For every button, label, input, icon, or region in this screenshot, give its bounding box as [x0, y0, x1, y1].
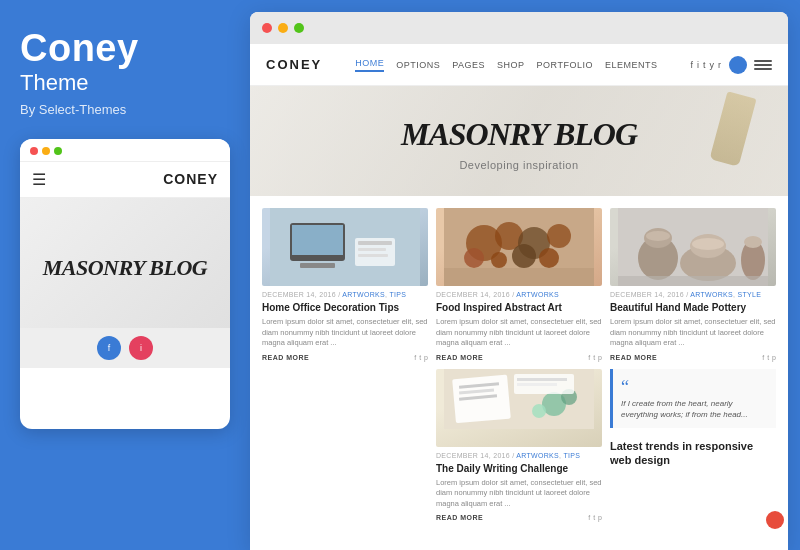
svg-point-35: [692, 238, 724, 250]
nav-portfolio[interactable]: PORTFOLIO: [537, 60, 593, 70]
post-cat-artworks-1[interactable]: ARTWORKS: [342, 291, 385, 298]
share-icons-writing: f t p: [588, 514, 602, 521]
svg-point-13: [464, 248, 484, 268]
left-panel: Coney Theme By Select-Themes ☰ CONEY MAS…: [0, 0, 250, 550]
pottery-illustration: [610, 208, 776, 286]
post-image-food: [436, 208, 602, 286]
post-cat-style-pottery[interactable]: STYLE: [738, 291, 762, 298]
nav-pages[interactable]: PAGES: [452, 60, 485, 70]
quote-card: “ If I create from the heart, nearly eve…: [610, 369, 776, 428]
share-facebook-pottery[interactable]: f: [762, 354, 764, 361]
svg-point-25: [532, 404, 546, 418]
phone-hamburger-icon: ☰: [32, 170, 46, 189]
phone-dot-yellow: [42, 147, 50, 155]
notification-badge: [766, 511, 784, 529]
share-pinterest-food[interactable]: p: [598, 354, 602, 361]
post-title-trends: Latest trends in responsive web design: [610, 439, 776, 468]
read-more-food[interactable]: READ MORE: [436, 354, 483, 361]
phone-social-f: f: [97, 336, 121, 360]
browser-chrome-bar: [250, 12, 788, 44]
share-facebook-writing[interactable]: f: [588, 514, 590, 521]
food-illustration: [436, 208, 602, 286]
share-twitter-writing[interactable]: t: [593, 514, 595, 521]
phone-masonry-title: MASONRY BLOG: [43, 256, 208, 280]
phone-dot-green: [54, 147, 62, 155]
post-cat-tips-writing[interactable]: TIPS: [563, 452, 580, 459]
svg-point-14: [491, 252, 507, 268]
browser-window: CONEY HOME OPTIONS PAGES SHOP PORTFOLIO …: [250, 12, 788, 550]
nav-shop[interactable]: SHOP: [497, 60, 525, 70]
svg-rect-5: [358, 241, 392, 245]
post-excerpt-1: Lorem ipsum dolor sit amet, consectetuer…: [262, 317, 428, 349]
share-twitter-food[interactable]: t: [593, 354, 595, 361]
post-footer-food: READ MORE f t p: [436, 354, 602, 361]
share-facebook-1[interactable]: f: [414, 354, 416, 361]
read-more-writing[interactable]: READ MORE: [436, 514, 483, 521]
social-rss-icon: r: [718, 60, 721, 70]
social-instagram-icon: i: [697, 60, 699, 70]
share-pinterest-pottery[interactable]: p: [772, 354, 776, 361]
post-cat-artworks-writing[interactable]: ARTWORKS: [516, 452, 559, 459]
post-footer-1: READ MORE f t p: [262, 354, 428, 361]
nav-options[interactable]: OPTIONS: [396, 60, 440, 70]
writing-illustration: [436, 369, 602, 429]
post-title-writing: The Daily Writing Challenge: [436, 462, 602, 475]
nav-elements[interactable]: ELEMENTS: [605, 60, 658, 70]
post-excerpt-food: Lorem ipsum dolor sit amet, consectetuer…: [436, 317, 602, 349]
post-title-pottery: Beautiful Hand Made Pottery: [610, 301, 776, 314]
browser-dot-red: [262, 23, 272, 33]
svg-rect-7: [358, 254, 388, 257]
svg-rect-27: [517, 378, 567, 381]
post-meta-pottery: DECEMBER 14, 2016 / ARTWORKS, STYLE: [610, 291, 776, 298]
quote-mark: “: [621, 377, 768, 398]
svg-point-12: [547, 224, 571, 248]
hero-section: MASONRY BLOG Developing inspiration: [250, 86, 788, 196]
share-pinterest-writing[interactable]: p: [598, 514, 602, 521]
phone-top-bar: [20, 139, 230, 162]
share-facebook-food[interactable]: f: [588, 354, 590, 361]
post-meta-food: DECEMBER 14, 2016 / ARTWORKS: [436, 291, 602, 298]
website-content: CONEY HOME OPTIONS PAGES SHOP PORTFOLIO …: [250, 44, 788, 550]
blog-grid: DECEMBER 14, 2016 / ARTWORKS, TIPS Home …: [250, 196, 788, 533]
share-twitter-pottery[interactable]: t: [767, 354, 769, 361]
post-image-writing: [436, 369, 602, 447]
share-pinterest-1[interactable]: p: [424, 354, 428, 361]
site-navbar: CONEY HOME OPTIONS PAGES SHOP PORTFOLIO …: [250, 44, 788, 86]
phone-dot-red: [30, 147, 38, 155]
post-excerpt-writing: Lorem ipsum dolor sit amet, consectetuer…: [436, 478, 602, 510]
theme-title: Coney Theme By Select-Themes: [20, 28, 230, 139]
post-cat-artworks-pottery[interactable]: ARTWORKS: [690, 291, 733, 298]
post-excerpt-pottery: Lorem ipsum dolor sit amet, consectetuer…: [610, 317, 776, 349]
svg-rect-6: [358, 248, 386, 251]
nav-social-icons: f i t y r: [690, 56, 772, 74]
site-logo: CONEY: [266, 57, 322, 72]
svg-point-32: [646, 231, 670, 241]
svg-rect-3: [300, 263, 335, 268]
svg-rect-38: [618, 276, 768, 286]
read-more-1[interactable]: READ MORE: [262, 354, 309, 361]
quote-text: If I create from the heart, nearly every…: [621, 398, 768, 420]
social-youtube-icon: y: [709, 60, 714, 70]
nav-hamburger-button[interactable]: [754, 56, 772, 74]
post-cat-tips-1[interactable]: TIPS: [389, 291, 406, 298]
browser-dot-green: [294, 23, 304, 33]
share-twitter-1[interactable]: t: [419, 354, 421, 361]
read-more-pottery[interactable]: READ MORE: [610, 354, 657, 361]
svg-point-15: [512, 244, 536, 268]
social-facebook-icon: f: [690, 60, 693, 70]
post-footer-pottery: READ MORE f t p: [610, 354, 776, 361]
post-cat-artworks-food[interactable]: ARTWORKS: [516, 291, 559, 298]
share-icons-food: f t p: [588, 354, 602, 361]
post-footer-writing: READ MORE f t p: [436, 514, 602, 521]
nav-user-button[interactable]: [729, 56, 747, 74]
blog-card-pottery: DECEMBER 14, 2016 / ARTWORKS, STYLE Beau…: [610, 208, 776, 361]
phone-hero: MASONRY BLOG: [20, 198, 230, 328]
subtitle-text: Theme: [20, 70, 230, 96]
hero-title: MASONRY BLOG: [401, 116, 637, 153]
phone-nav: ☰ CONEY: [20, 162, 230, 198]
post-meta-1: DECEMBER 14, 2016 / ARTWORKS, TIPS: [262, 291, 428, 298]
social-twitter-icon: t: [703, 60, 706, 70]
svg-rect-28: [517, 383, 557, 386]
nav-home[interactable]: HOME: [355, 58, 384, 72]
phone-window-dots: [30, 147, 62, 155]
